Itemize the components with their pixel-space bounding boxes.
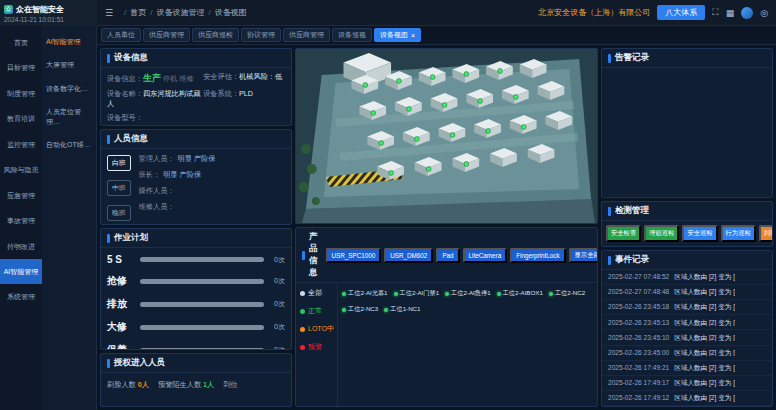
sidebar-item[interactable]: 系统管理 <box>0 284 42 309</box>
station-item[interactable]: 工位2-AIBOX1 <box>497 289 543 298</box>
inspection-button[interactable]: 理赔巡检 <box>644 225 679 242</box>
plan-count: 0次 <box>269 299 285 309</box>
event-text: 区域人数由 [2] 变为 [ <box>674 394 735 402</box>
sidebar-item[interactable]: AI智能管理 <box>0 259 42 284</box>
panel-title: 人员信息 <box>114 133 148 145</box>
legend-item[interactable]: 正常 <box>300 306 333 316</box>
shift-badge[interactable]: 白班 <box>107 155 131 171</box>
tab[interactable]: 人员单位 <box>101 28 141 42</box>
station-item[interactable]: 工位2-AI光幕1 <box>342 289 388 298</box>
company-name: 北京安全设备（上海）有限公司 <box>538 7 650 18</box>
event-time: 2025-02-26 23:45:13 <box>608 319 669 327</box>
sidebar-item[interactable]: 监控管理 <box>0 132 42 157</box>
inspection-buttons: 安全检查理赔巡检安全巡检行为巡检到期预警 <box>602 221 772 246</box>
inspection-button[interactable]: 安全检查 <box>606 225 641 242</box>
plan-count: 0次 <box>269 345 285 349</box>
event-time: 2025-02-26 17:49:17 <box>608 379 669 387</box>
sidebar-item[interactable]: 风险与隐患 <box>0 157 42 182</box>
event-time: 2025-02-26 23:45:18 <box>608 303 669 311</box>
legend-item[interactable]: 全部 <box>300 288 333 298</box>
device-filter-button[interactable]: LiteCamera <box>463 248 508 263</box>
app-title: 众在智能安全 <box>16 4 64 15</box>
topbar: ☰ 首页设备设施管理设备视图 北京安全设备（上海）有限公司 八大体系 ⛶ ▦ ◎ <box>97 0 776 26</box>
submenu-item[interactable]: AI智能管理 <box>42 30 96 53</box>
sidebar-item[interactable]: 应急管理 <box>0 183 42 208</box>
user-avatar[interactable] <box>741 7 753 19</box>
legend-item[interactable]: 预警 <box>300 342 333 352</box>
submenu-item[interactable]: 人员定位管理… <box>42 100 96 133</box>
stat-label: 刷脸人数 <box>107 380 136 390</box>
station-item[interactable]: 工位2-AI急停1 <box>445 289 491 298</box>
sidebar-item[interactable]: 目标管理 <box>0 55 42 80</box>
collapse-menu-icon[interactable]: ☰ <box>105 8 113 18</box>
tab[interactable]: 供应商管理 <box>283 28 330 42</box>
tab-label: 供应商巡检 <box>198 30 233 40</box>
work-plan-rows: 5 S 0次 抢修 0次 排放 0次 <box>101 248 291 349</box>
personnel-role-label: 班长： <box>139 170 161 180</box>
device-filter-button[interactable]: USR_SPC1000 <box>326 248 382 263</box>
submenu-item[interactable]: 设备数字化… <box>42 77 96 100</box>
tab-close-icon[interactable]: × <box>411 32 415 39</box>
device-filter-button[interactable]: 显示全部 <box>569 248 598 263</box>
tab-label: 设备巡视 <box>338 30 366 40</box>
stat-label: 到位 <box>223 380 237 390</box>
tab[interactable]: 设备巡视 <box>332 28 372 42</box>
shift-badge[interactable]: 晚班 <box>107 205 131 221</box>
fullscreen-icon[interactable]: ⛶ <box>712 7 718 18</box>
legend-label: 全部 <box>308 288 322 298</box>
authorized-entry-panel: 授权进入人员 刷脸人数 0人 预警陌生人数 1人 到位 <box>100 353 292 407</box>
device-filter-buttons: USR_SPC1000USR_DM602PadLiteCameraFingerp… <box>326 248 599 263</box>
tab[interactable]: 供应商巡检 <box>192 28 239 42</box>
breadcrumb-item[interactable]: 首页 <box>120 7 146 18</box>
sidebar-item[interactable]: 首页 <box>0 30 42 55</box>
legend-dot-icon <box>300 291 305 296</box>
device-status-value: 生产 <box>143 73 161 83</box>
tab-label: 协议管理 <box>247 30 275 40</box>
shift-badge[interactable]: 中班 <box>107 180 131 196</box>
authorized-stat: 刷脸人数 0人 <box>107 380 149 390</box>
station-item[interactable]: 工位2-AI门禁1 <box>394 289 440 298</box>
event-row: 2025-02-27 07:48:48 区域人数由 [2] 变为 [ <box>602 285 772 300</box>
sidebar-item[interactable]: 事故管理 <box>0 208 42 233</box>
device-filter-button[interactable]: USR_DM602 <box>384 248 433 263</box>
system-switch-button[interactable]: 八大体系 <box>657 5 705 20</box>
legend-dot-icon <box>300 309 305 314</box>
inspection-button[interactable]: 到期预警 <box>759 225 772 242</box>
event-time: 2025-02-26 17:49:21 <box>608 364 669 372</box>
submenu-item[interactable]: 自动化OT维… <box>42 133 96 156</box>
notify-icon[interactable]: ◎ <box>760 8 768 18</box>
personnel-rows: 管理人员： 明显 产险保 班长： 明显 产险保 操作人员： 维修人员： <box>139 154 287 219</box>
device-filter-button[interactable]: FingerprintLock <box>510 248 565 263</box>
work-plan-panel: 作业计划 5 S 0次 抢修 0次 排放 <box>100 228 292 350</box>
breadcrumb-item[interactable]: 设备设施管理 <box>146 7 204 18</box>
inspection-button[interactable]: 行为巡检 <box>721 225 756 242</box>
station-item[interactable]: 工位2-NC3 <box>342 305 378 314</box>
secondary-sidebar: AI智能管理大屏管理设备数字化…人员定位管理…自动化OT维… <box>42 26 97 410</box>
legend-item[interactable]: LOTO中 <box>300 324 333 334</box>
plan-progress-bar <box>140 325 264 330</box>
station-item[interactable]: 工位1-NC1 <box>384 305 420 314</box>
plan-progress-bar <box>140 279 264 284</box>
sidebar-item[interactable]: 持明改进 <box>0 234 42 259</box>
work-plan-row: 5 S 0次 <box>107 254 285 265</box>
work-plan-row: 保养 0次 <box>107 343 285 349</box>
inspection-button[interactable]: 安全巡检 <box>682 225 717 242</box>
station-item[interactable]: 工位2-NC2 <box>549 289 585 298</box>
factory-3d-view[interactable] <box>295 48 598 224</box>
sidebar-item[interactable]: 教育培训 <box>0 106 42 131</box>
panel-title: 产品信息 <box>309 231 318 279</box>
event-text: 区域人数由 [2] 变为 [ <box>674 379 735 387</box>
breadcrumb-item[interactable]: 设备视图 <box>205 7 247 18</box>
event-row: 2025-02-27 07:48:52 区域人数由 [2] 变为 [ <box>602 270 772 285</box>
personnel-row: 管理人员： 明显 产险保 <box>139 154 287 164</box>
submenu-item[interactable]: 大屏管理 <box>42 53 96 76</box>
sidebar-item[interactable]: 制度管理 <box>0 81 42 106</box>
apps-grid-icon[interactable]: ▦ <box>726 8 735 18</box>
panel-title: 作业计划 <box>114 232 148 244</box>
center-column: 产品信息 USR_SPC1000USR_DM602PadLiteCameraFi… <box>295 48 598 407</box>
panel-title: 设备信息 <box>114 52 148 64</box>
tab[interactable]: 设备视图 × <box>374 28 421 42</box>
tab[interactable]: 供应商管理 <box>143 28 190 42</box>
tab[interactable]: 协议管理 <box>241 28 281 42</box>
device-filter-button[interactable]: Pad <box>436 248 459 263</box>
